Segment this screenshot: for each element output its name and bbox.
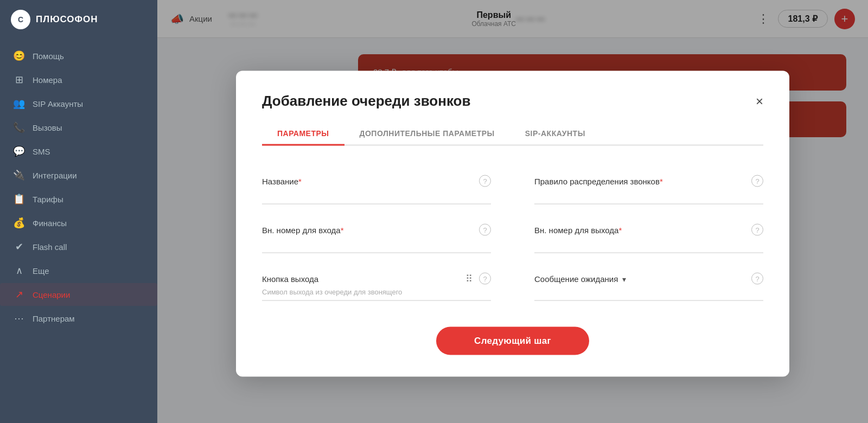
sms-icon: 💬 [13, 145, 25, 157]
name-input[interactable] [262, 190, 491, 200]
sidebar-item-label: SIP Аккаунты [33, 99, 83, 108]
logo-icon: C [11, 10, 30, 29]
field-name-hint[interactable]: ? [479, 175, 491, 187]
sidebar-item-calls[interactable]: 📞 Вызовы [0, 116, 157, 139]
tab-params[interactable]: ПАРАМЕТРЫ [262, 123, 344, 146]
sidebar-item-numbers[interactable]: ⊞ Номера [0, 68, 157, 91]
modal-title: Добавление очереди звонков [262, 93, 470, 110]
users-icon: 👥 [13, 98, 25, 110]
scenarios-icon: ↗ [13, 289, 25, 300]
next-step-button[interactable]: Следующий шаг [436, 327, 589, 355]
sidebar-item-label: Интеграции [33, 171, 77, 180]
distribution-rule-input[interactable] [534, 190, 763, 200]
field-wait-message: Сообщение ожидания ▾ ? [534, 263, 763, 301]
flashcall-icon: ✔ [13, 241, 25, 253]
sidebar-item-label: Помощь [33, 52, 64, 61]
finance-icon: 💰 [13, 217, 25, 229]
field-distribution-label: Правило распределения звонков* [534, 176, 663, 185]
sidebar-item-sip[interactable]: 👥 SIP Аккаунты [0, 92, 157, 115]
field-name-label: Название* [262, 176, 302, 185]
integration-icon: 🔌 [13, 169, 25, 181]
field-exit-button-hint[interactable]: ? [479, 273, 491, 285]
help-icon: 😊 [13, 50, 25, 62]
modal-add-call-queue: Добавление очереди звонков × ПАРАМЕТРЫ Д… [236, 71, 789, 377]
field-distribution-hint[interactable]: ? [751, 175, 763, 187]
field-internal-in-label: Вн. номер для входа* [262, 225, 343, 234]
sidebar-item-help[interactable]: 😊 Помощь [0, 44, 157, 67]
sidebar-item-sms[interactable]: 💬 SMS [0, 140, 157, 163]
field-internal-out-hint[interactable]: ? [751, 224, 763, 236]
modal-close-button[interactable]: × [756, 94, 763, 107]
sidebar: C ПЛЮСОФОН 😊 Помощь ⊞ Номера 👥 SIP Аккау… [0, 0, 157, 423]
more-icon: ∧ [13, 265, 25, 277]
modal-tabs: ПАРАМЕТРЫ ДОПОЛНИТЕЛЬНЫЕ ПАРАМЕТРЫ SIP-А… [262, 123, 763, 146]
sidebar-item-flashcall[interactable]: ✔ Flash call [0, 235, 157, 258]
field-distribution-rule: Правило распределения звонков* ? [534, 165, 763, 204]
sidebar-item-label: Номера [33, 75, 62, 85]
sidebar-item-label: Еще [33, 266, 49, 275]
phone-icon: 📞 [13, 121, 25, 133]
sidebar-item-finance[interactable]: 💰 Финансы [0, 211, 157, 234]
field-exit-button: Кнопка выхода ⠿ ? Символ выхода из очере… [262, 263, 491, 301]
field-exit-button-helper: Символ выхода из очереди для звонящего [262, 288, 491, 296]
main-area: 📣 Акции — — — — — — Первый Облачная АТС … [157, 0, 868, 423]
field-internal-out: Вн. номер для выхода* ? [534, 214, 763, 253]
sidebar-logo: C ПЛЮСОФОН [0, 0, 157, 39]
field-internal-in-hint[interactable]: ? [479, 224, 491, 236]
field-exit-button-label: Кнопка выхода [262, 274, 318, 283]
field-wait-message-label: Сообщение ожидания ▾ [534, 274, 626, 283]
modal-footer: Следующий шаг [262, 327, 763, 355]
sidebar-item-tariffs[interactable]: 📋 Тарифы [0, 188, 157, 210]
tab-sip-accounts[interactable]: SIP-АККАУНТЫ [510, 123, 601, 146]
numpad-icon: ⠿ [465, 273, 474, 285]
field-internal-out-label: Вн. номер для выхода* [534, 225, 622, 234]
sidebar-item-integrations[interactable]: 🔌 Интеграции [0, 164, 157, 187]
sidebar-item-label: Финансы [33, 219, 67, 228]
sidebar-item-label: SMS [33, 147, 50, 156]
internal-out-input[interactable] [534, 239, 763, 248]
internal-in-input[interactable] [262, 239, 491, 248]
wait-message-dropdown-arrow[interactable]: ▾ [622, 274, 626, 283]
sidebar-item-label: Партнерам [33, 314, 75, 323]
sidebar-item-partners[interactable]: ⋯ Партнерам [0, 307, 157, 330]
sidebar-item-label: Вызовы [33, 123, 62, 132]
form-grid: Название* ? Правило распределения звонко… [262, 165, 763, 311]
field-wait-message-hint[interactable]: ? [751, 273, 763, 285]
modal-header: Добавление очереди звонков × [262, 93, 763, 110]
grid-icon: ⊞ [13, 74, 25, 86]
sidebar-nav: 😊 Помощь ⊞ Номера 👥 SIP Аккаунты 📞 Вызов… [0, 39, 157, 335]
sidebar-item-label: Сценарии [33, 290, 70, 299]
sidebar-item-label: Тарифы [33, 195, 63, 204]
sidebar-item-more[interactable]: ∧ Еще [0, 259, 157, 282]
partners-icon: ⋯ [13, 312, 25, 324]
field-name: Название* ? [262, 165, 491, 204]
tab-extra-params[interactable]: ДОПОЛНИТЕЛЬНЫЕ ПАРАМЕТРЫ [344, 123, 510, 146]
sidebar-item-scenarios[interactable]: ↗ Сценарии [0, 283, 157, 306]
tariff-icon: 📋 [13, 193, 25, 205]
field-internal-in: Вн. номер для входа* ? [262, 214, 491, 253]
logo-text: ПЛЮСОФОН [36, 14, 98, 25]
sidebar-item-label: Flash call [33, 242, 67, 252]
